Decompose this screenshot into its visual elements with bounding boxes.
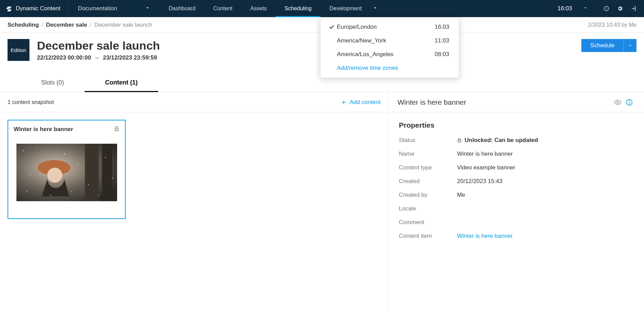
timezone-time: 16:03 <box>434 24 449 30</box>
caret-down-icon <box>628 43 633 48</box>
brand-name: Dynamic Content <box>16 5 60 12</box>
tab-slots[interactable]: Slots (0) <box>21 74 85 92</box>
svg-rect-4 <box>102 144 112 201</box>
svg-point-10 <box>77 164 78 165</box>
schedule-group: Schedule <box>581 39 636 52</box>
svg-point-7 <box>23 150 24 151</box>
svg-point-17 <box>112 178 113 179</box>
svg-rect-21 <box>629 102 630 104</box>
label-content-type: Content type <box>399 164 457 171</box>
svg-point-14 <box>50 195 51 195</box>
value-name: Winter is here banner <box>457 151 634 157</box>
check-icon <box>327 24 337 30</box>
top-icons: ? <box>596 0 644 17</box>
value-created-by: Me <box>457 192 634 198</box>
value-created: 20/12/2023 15:43 <box>457 178 634 185</box>
label-status: Status <box>399 137 457 144</box>
schedule-more-button[interactable] <box>623 39 636 52</box>
breadcrumb-scheduling[interactable]: Scheduling <box>8 22 39 28</box>
plus-icon <box>341 99 347 105</box>
clock-selector[interactable]: 16:03 <box>550 0 596 17</box>
clock-time: 16:03 <box>557 5 572 12</box>
label-name: Name <box>399 151 457 157</box>
breadcrumb-current: December sale launch <box>94 22 152 28</box>
value-content-type: Video example banner <box>457 164 634 171</box>
nav-content[interactable]: Content <box>204 0 241 17</box>
svg-point-12 <box>105 157 106 158</box>
caret-down-icon <box>144 5 151 13</box>
top-bar: Dynamic Content Documentation Dashboard … <box>0 0 644 17</box>
edition-title: December sale launch <box>37 39 160 52</box>
details-panel: Winter is here banner Properties Status … <box>389 92 644 310</box>
content-card[interactable]: Winter is here banner <box>8 120 126 219</box>
timezone-option[interactable]: Europe/London 16:03 <box>320 20 459 34</box>
svg-text:?: ? <box>605 7 607 11</box>
svg-rect-3 <box>85 144 99 201</box>
label-created-by: Created by <box>399 192 457 198</box>
content-card-thumbnail <box>16 144 117 201</box>
tab-content[interactable]: Content (1) <box>85 74 158 92</box>
add-content-button[interactable]: Add content <box>341 99 381 106</box>
svg-point-16 <box>26 191 27 192</box>
breadcrumb-event[interactable]: December sale <box>46 22 87 28</box>
info-icon[interactable] <box>623 99 635 106</box>
nav-dashboard[interactable]: Dashboard <box>160 0 204 17</box>
content-toolbar: 1 content snapshot Add content <box>0 92 388 112</box>
logout-icon[interactable] <box>627 5 641 12</box>
label-created: Created <box>399 178 457 185</box>
value-content-item-link[interactable]: Winter is here banner <box>457 233 513 239</box>
label-content-item: Content item <box>399 233 457 240</box>
hub-selector-label: Documentation <box>78 5 117 12</box>
label-locale: Locale <box>399 205 457 212</box>
svg-point-18 <box>98 195 99 195</box>
svg-point-9 <box>64 154 65 155</box>
brand[interactable]: Dynamic Content <box>0 0 69 17</box>
edition-start: 22/12/2023 00:00:00 <box>37 54 91 61</box>
edition-header: Edition December sale launch 22/12/2023 … <box>0 33 644 65</box>
value-status: Unlocked: Can be updated <box>457 137 634 144</box>
snapshot-count: 1 content snapshot <box>8 99 54 105</box>
hub-selector[interactable]: Documentation <box>69 0 160 17</box>
edition-end: 23/12/2023 23:59:59 <box>103 54 157 61</box>
settings-icon[interactable] <box>613 5 627 12</box>
svg-point-11 <box>29 174 30 175</box>
timezone-name: Europe/London <box>337 24 434 30</box>
svg-point-19 <box>617 101 619 103</box>
primary-nav: Dashboard Content Assets Scheduling Deve… <box>160 0 387 17</box>
caret-down-icon <box>372 5 378 12</box>
svg-point-15 <box>71 191 71 192</box>
caret-down-icon <box>582 5 589 13</box>
nav-development[interactable]: Development <box>320 0 387 17</box>
svg-rect-22 <box>629 100 630 101</box>
last-saved: 2/2023 10:43 by Me <box>588 22 636 28</box>
schedule-button[interactable]: Schedule <box>581 39 623 52</box>
svg-point-6 <box>47 168 62 183</box>
help-icon[interactable]: ? <box>599 5 613 12</box>
properties-heading: Properties <box>389 112 644 133</box>
brand-logo-icon <box>5 5 12 12</box>
edition-badge: Edition <box>8 39 29 61</box>
value-comment <box>457 219 634 226</box>
preview-icon[interactable] <box>612 99 623 106</box>
content-card-title: Winter is here banner <box>14 126 114 133</box>
edition-dates: 22/12/2023 00:00:00 – 23/12/2023 23:59:5… <box>37 54 160 61</box>
details-title: Winter is here banner <box>397 98 466 106</box>
value-locale <box>457 205 634 212</box>
svg-point-13 <box>88 184 88 185</box>
unlock-icon <box>114 125 119 133</box>
svg-point-8 <box>36 147 37 147</box>
nav-scheduling[interactable]: Scheduling <box>276 0 320 17</box>
content-list-panel: 1 content snapshot Add content Winter is… <box>0 92 389 310</box>
nav-assets[interactable]: Assets <box>241 0 276 17</box>
label-comment: Comment <box>399 219 457 226</box>
